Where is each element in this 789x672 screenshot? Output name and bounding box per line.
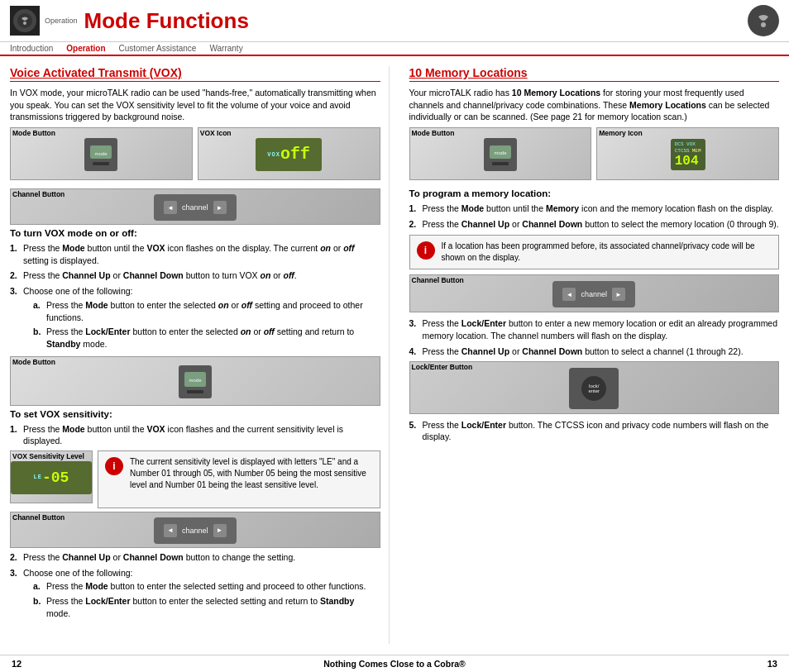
vox-icon-image: VOX Icon VOX off (198, 127, 380, 180)
memory-icon-image: Memory Icon DCS VOX CTCSSMEM 104 (596, 127, 779, 180)
substep-s3a: a. Press the Mode button to enter the se… (33, 580, 380, 593)
header-logo-left: Operation (10, 6, 78, 36)
svg-rect-11 (187, 390, 203, 393)
footer-brand: Nothing Comes Close to a Cobra® (323, 659, 466, 669)
lock-enter-display: lock/enter (569, 368, 619, 409)
main-content: Voice Activated Transmit (VOX) In VOX mo… (0, 56, 789, 654)
right-subsection-title: To program a memory location: (409, 188, 780, 198)
lock-enter-btn-visual: lock/enter (581, 376, 606, 401)
step-1: 1. Press the Mode button until the VOX i… (10, 242, 380, 266)
logo-square (10, 6, 40, 36)
channel-right-arrow-2: ► (213, 524, 227, 537)
memory-note: i If a location has been programmed befo… (409, 235, 780, 269)
vox-sensitivity-note: i The current sensitivity level is displ… (98, 450, 380, 508)
channel-left-arrow-2: ◄ (164, 524, 177, 537)
right-mode-button-image: Mode Button mode (409, 127, 592, 180)
page-footer: 12 Nothing Comes Close to a Cobra® 13 (0, 655, 789, 672)
mem-step-5: 5. Press the Lock/Enter button. The CTCS… (409, 419, 780, 443)
nav-introduction[interactable]: Introduction (10, 44, 53, 53)
subsection2-title: To set VOX sensitivity: (10, 409, 380, 419)
channel-button-image-2: Channel Button ◄ channel ► (10, 512, 380, 548)
right-channel-button-image: Channel Button ◄ channel ► (409, 274, 780, 312)
mem-step-3: 3. Press the Lock/Enter button to enter … (409, 317, 780, 341)
page-title: Mode Functions (84, 8, 748, 34)
svg-rect-7 (93, 162, 109, 165)
svg-text:mode: mode (189, 378, 202, 383)
svg-rect-15 (492, 162, 509, 165)
right-channel-right-arrow: ► (612, 288, 625, 301)
right-channel-button-display: ◄ channel ► (552, 281, 635, 307)
channel-left-arrow: ◄ (164, 201, 177, 214)
nav-customer-assistance[interactable]: Customer Assistance (119, 44, 197, 53)
vox-sensitivity-steps2: 2. Press the Channel Up or Channel Down … (10, 551, 380, 622)
mem-step-2: 2. Press the Channel Up or Channel Down … (409, 218, 780, 231)
operation-label: Operation (45, 17, 78, 25)
svg-text:mode: mode (494, 150, 507, 155)
left-column: Voice Activated Transmit (VOX) In VOX mo… (10, 66, 390, 644)
channel-right-arrow: ► (213, 201, 227, 214)
step-3: 3. Choose one of the following: a. Press… (10, 285, 380, 352)
step-s3: 3. Choose one of the following: a. Press… (10, 567, 380, 622)
left-section-title: Voice Activated Transmit (VOX) (10, 66, 380, 82)
vox-sensitivity-steps1: 1. Press the Mode button until the VOX i… (10, 423, 380, 447)
channel-button-image-1: Channel Button ◄ channel ► (10, 188, 380, 225)
memory-steps-cont: 3. Press the Lock/Enter button to enter … (409, 317, 780, 357)
memory-step-5: 5. Press the Lock/Enter button. The CTCS… (409, 419, 780, 443)
page-number-left: 12 (12, 659, 22, 669)
svg-point-1 (23, 21, 26, 25)
right-channel-left-arrow: ◄ (562, 288, 576, 301)
substep-s3b: b. Press the Lock/Enter button to enter … (33, 595, 380, 619)
vox-onoff-steps: 1. Press the Mode button until the VOX i… (10, 242, 380, 353)
vox-display: VOX off (256, 138, 322, 171)
note-icon: i (105, 457, 123, 475)
channel-button-display-1: ◄ channel ► (154, 194, 237, 221)
page-header: Operation Mode Functions (0, 0, 789, 42)
svg-text:mode: mode (95, 151, 108, 156)
substep-3b: b. Press the Lock/Enter button to enter … (33, 326, 380, 350)
step-s2: 2. Press the Channel Up or Channel Down … (10, 551, 380, 564)
memory-steps: 1. Press the Mode button until the Memor… (409, 203, 780, 230)
svg-point-3 (761, 22, 766, 27)
left-intro: In VOX mode, your microTALK radio can be… (10, 87, 380, 123)
mem-step-4: 4. Press the Channel Up or Channel Down … (409, 346, 780, 358)
subsection1-title: To turn VOX mode on or off: (10, 228, 380, 238)
right-column: 10 Memory Locations Your microTALK radio… (406, 66, 780, 644)
right-intro: Your microTALK radio has 10 Memory Locat… (409, 87, 780, 123)
mem-step-1: 1. Press the Mode button until the Memor… (409, 203, 780, 215)
right-images-row1: Mode Button mode Memory Icon DCS VOX (409, 127, 780, 185)
mode-button-image-2: Mode Button mode (10, 356, 380, 406)
substep-3a: a. Press the Mode button to enter the se… (33, 299, 380, 323)
channel-button-display-2: ◄ channel ► (154, 517, 237, 544)
le-display: LE -05 (11, 461, 92, 494)
vox-sensitivity-image: VOX Sensitivity Level LE -05 (10, 450, 93, 503)
mode-button-image-1: Mode Button mode (10, 127, 193, 180)
cobra-logo-right (748, 5, 779, 36)
right-section-title: 10 Memory Locations (409, 66, 780, 82)
header-right (748, 5, 779, 36)
memory-note-icon: i (417, 241, 435, 260)
nav-bar: Introduction Operation Customer Assistan… (0, 42, 789, 56)
nav-operation[interactable]: Operation (66, 44, 105, 53)
step-s1: 1. Press the Mode button until the VOX i… (10, 423, 380, 447)
nav-warranty[interactable]: Warranty (209, 44, 242, 53)
lock-enter-button-image: Lock/Enter Button lock/enter (409, 361, 780, 414)
page-number-right: 13 (767, 659, 777, 669)
step-2: 2. Press the Channel Up or Channel Down … (10, 269, 380, 282)
